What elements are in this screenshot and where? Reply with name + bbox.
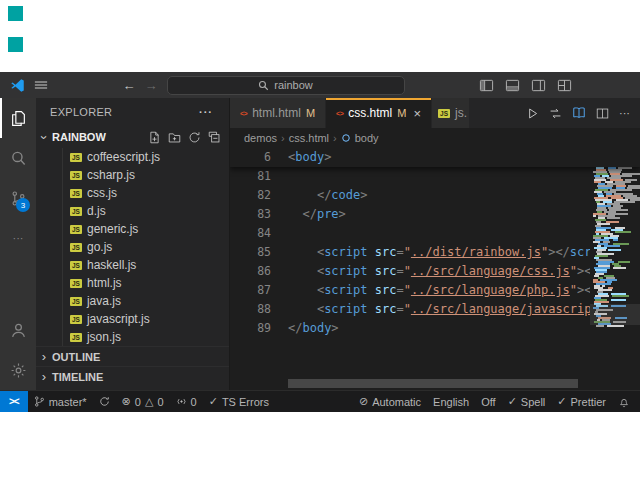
minimap[interactable] [590,148,640,390]
section-label: TIMELINE [52,371,103,383]
section-timeline[interactable]: ›TIMELINE [36,366,229,386]
status-spell-toggle[interactable]: Off [475,391,501,412]
file-item[interactable]: JSgeneric.js [36,220,229,238]
branch-icon [34,396,45,407]
file-item[interactable]: JScsharp.js [36,166,229,184]
scrollbar-thumb[interactable] [288,379,578,388]
split-editor-icon[interactable] [596,107,609,120]
new-file-icon[interactable] [148,131,161,144]
close-icon[interactable]: × [413,106,421,121]
code-line: 87 <script src="../src/language/php.js">… [230,281,640,300]
file-item[interactable]: JSd.js [36,202,229,220]
collapsed-sections: ›OUTLINE›TIMELINE [36,346,229,386]
vscode-logo-icon [10,78,25,93]
code-token: src [375,245,397,259]
preview-icon[interactable] [572,106,586,120]
activity-search[interactable] [0,138,36,178]
file-name: css.js [87,186,117,200]
sticky-scroll[interactable]: 6<body> [230,148,640,167]
open-changes-icon[interactable] [549,107,562,120]
status-auto-detect[interactable]: ⊘Automatic [353,391,427,412]
code-token [288,283,317,297]
code-token: " [404,245,411,259]
breadcrumb-item[interactable]: demos [244,132,277,144]
activity-settings[interactable] [0,350,36,390]
run-icon[interactable] [526,107,539,120]
status-notifications[interactable] [612,391,636,412]
file-item[interactable]: JScoffeescript.js [36,148,229,166]
sidebar-header: EXPLORER ··· [36,98,229,126]
status-spell-status[interactable]: ✓Spell [502,391,552,412]
layout-sidebar-left-icon[interactable] [479,78,494,93]
layout-panel-icon[interactable] [505,78,520,93]
code-token: " [404,302,411,316]
status-remote[interactable]: >< [0,391,28,412]
file-item[interactable]: JSjson.js [36,328,229,346]
file-item[interactable]: JSjava.js [36,292,229,310]
tab-html.html[interactable]: <>html.htmlM [230,98,326,128]
code-text: </code> [288,186,368,205]
code-area[interactable]: 6<body> 8182 </code>83 </pre>8485 <scrip… [230,148,640,390]
file-item[interactable]: JShtml.js [36,274,229,292]
breadcrumb-item[interactable]: css.html [289,132,329,144]
layout-customize-icon[interactable] [557,78,572,93]
chevron-right-icon: › [38,349,50,364]
check-icon: ✓ [209,396,218,407]
file-list: JScoffeescript.jsJScsharp.jsJScss.jsJSd.… [36,148,229,346]
code-token [288,245,317,259]
js-file-icon: JS [70,297,82,306]
file-item[interactable]: JShaskell.js [36,256,229,274]
command-center[interactable]: rainbow [167,76,405,95]
activity-explorer[interactable] [0,98,36,138]
breadcrumb-item[interactable]: body [355,132,379,144]
file-item[interactable]: JSgo.js [36,238,229,256]
js-file-icon: JS [70,243,82,252]
search-icon [258,80,269,91]
forward-button[interactable]: → [145,78,158,93]
status-git-branch[interactable]: master* [28,391,93,412]
collapse-all-icon[interactable] [208,131,221,144]
horizontal-scrollbar[interactable] [288,379,578,388]
file-item[interactable]: JScss.js [36,184,229,202]
tab-css.html[interactable]: <>css.htmlM× [326,98,432,128]
new-folder-icon[interactable] [168,131,181,144]
activity-more-views[interactable]: ··· [0,218,36,258]
section-outline[interactable]: ›OUTLINE [36,346,229,366]
file-name: csharp.js [87,168,135,182]
activity-source-control[interactable]: 3 [0,178,36,218]
layout-sidebar-right-icon[interactable] [531,78,546,93]
minimap-slider[interactable] [590,304,640,325]
file-item[interactable]: JSjavascript.js [36,310,229,328]
refresh-icon[interactable] [188,131,201,144]
back-button[interactable]: ← [123,78,136,93]
status-problems[interactable]: ⊗0△0 [116,391,170,412]
more-actions-icon[interactable]: ··· [199,106,213,118]
tab-bar: <>html.htmlM<>css.htmlM×JSjs.··· [230,98,640,128]
activity-accounts[interactable] [0,310,36,350]
status-ts-errors[interactable]: ✓TS Errors [203,391,275,412]
code-token: </ [317,188,331,202]
status-spell-language[interactable]: English [427,391,475,412]
tab-label: js. [455,106,467,120]
file-type-icon: <> [336,110,343,117]
line-number: 84 [230,224,288,243]
code-line: 6<body> [230,148,640,167]
code-token [288,207,302,221]
menu-icon[interactable] [34,78,48,92]
status-ports[interactable]: 0 [170,391,203,412]
status-prettier[interactable]: ✓Prettier [551,391,612,412]
file-name: coffeescript.js [87,150,160,164]
code-token: ></ [548,245,570,259]
status-text: 0 [157,396,163,408]
code-token: = [396,264,403,278]
code-token [368,302,375,316]
js-file-icon: JS [70,279,82,288]
chevron-down-icon: › [37,131,52,143]
status-sync[interactable] [93,391,116,412]
section-rainbow[interactable]: › RAINBOW [36,126,229,148]
tab-partial[interactable]: JSjs. [432,98,470,128]
section-label: RAINBOW [52,131,106,143]
file-name: go.js [87,240,112,254]
more-actions-icon[interactable]: ··· [619,108,630,119]
code-token [368,283,375,297]
